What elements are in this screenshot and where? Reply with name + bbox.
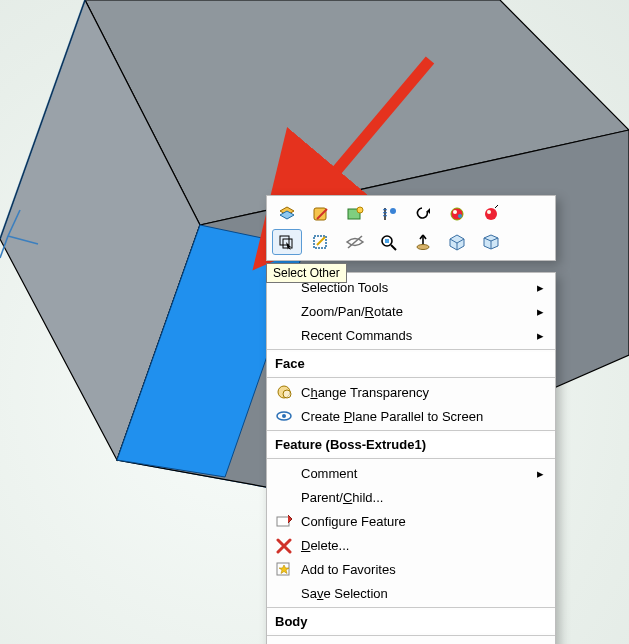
menu-item-change-transparency[interactable]: Change Transparency: [267, 380, 555, 404]
surface-finish-icon: [345, 205, 365, 223]
svg-rect-25: [385, 239, 389, 243]
select-other-button[interactable]: [273, 230, 301, 254]
appearance-icon: [447, 205, 467, 223]
select-other-icon: [277, 233, 297, 251]
menu-header: Feature (Boss-Extrude1): [267, 433, 555, 456]
menu-item-label: Comment: [301, 466, 535, 481]
face-curvature-button[interactable]: [307, 202, 335, 226]
isometric-button[interactable]: [443, 230, 471, 254]
submenu-arrow-icon: ▸: [535, 328, 545, 343]
menu-item-label: Change Transparency: [301, 385, 545, 400]
undo-button[interactable]: [409, 202, 437, 226]
face-curvature-icon: [311, 205, 331, 223]
zoom-to-selection-button[interactable]: [375, 230, 403, 254]
transparency-icon: [274, 383, 294, 401]
eye-icon: [273, 406, 295, 426]
normal-to-icon: [413, 233, 433, 251]
sketch-icon: [311, 233, 331, 251]
cosmetic-thread-icon: [379, 205, 399, 223]
menu-item-isolate[interactable]: Isolate: [267, 638, 555, 644]
submenu-arrow-icon: ▸: [535, 466, 545, 481]
svg-point-26: [417, 245, 429, 250]
configure-icon: [273, 511, 295, 531]
hide-button[interactable]: [341, 230, 369, 254]
svg-point-30: [282, 414, 286, 418]
hide-icon: [345, 233, 365, 251]
tooltip-select-other: Select Other: [266, 263, 347, 283]
menu-item-label: Create Plane Parallel to Screen: [301, 409, 545, 424]
svg-rect-31: [277, 517, 289, 526]
blank-icon: [273, 640, 295, 644]
menu-item-label: Parent/Child...: [301, 490, 545, 505]
menu-item-label: Zoom/Pan/Rotate: [301, 304, 535, 319]
delete-icon: [274, 536, 294, 554]
menu-item-label: Recent Commands: [301, 328, 535, 343]
select-loop-icon: [277, 205, 297, 223]
svg-point-28: [283, 390, 291, 398]
normal-to-button[interactable]: [409, 230, 437, 254]
blank-icon: [273, 487, 295, 507]
favorite-icon: [274, 560, 294, 578]
context-menu: Selection Tools▸Zoom/Pan/Rotate▸Recent C…: [266, 272, 556, 644]
undo-icon: [413, 205, 433, 223]
dimetric-button[interactable]: [477, 230, 505, 254]
menu-item-save-selection[interactable]: Save Selection: [267, 581, 555, 605]
blank-icon: [273, 583, 295, 603]
menu-item-zoom-pan-rotate[interactable]: Zoom/Pan/Rotate▸: [267, 299, 555, 323]
menu-header: Face: [267, 352, 555, 375]
dimetric-icon: [481, 233, 501, 251]
transparency-icon: [273, 382, 295, 402]
blank-icon: [273, 463, 295, 483]
menu-item-create-plane-parallel-to-screen[interactable]: Create Plane Parallel to Screen: [267, 404, 555, 428]
svg-point-17: [485, 208, 497, 220]
appearance-button[interactable]: [443, 202, 471, 226]
menu-header: Body: [267, 610, 555, 633]
svg-point-13: [390, 208, 396, 214]
sketch-button[interactable]: [307, 230, 335, 254]
favorite-icon: [273, 559, 295, 579]
menu-item-delete[interactable]: Delete...: [267, 533, 555, 557]
menu-item-label: Delete...: [301, 538, 545, 553]
menu-item-recent-commands[interactable]: Recent Commands▸: [267, 323, 555, 347]
blank-icon: [273, 325, 295, 345]
svg-line-24: [391, 245, 396, 250]
menu-item-add-to-favorites[interactable]: Add to Favorites: [267, 557, 555, 581]
configure-icon: [274, 512, 294, 530]
svg-point-16: [458, 214, 462, 218]
zoom-to-selection-icon: [379, 233, 399, 251]
eye-icon: [274, 407, 294, 425]
cosmetic-thread-button[interactable]: [375, 202, 403, 226]
surface-finish-button[interactable]: [341, 202, 369, 226]
blank-icon: [273, 301, 295, 321]
scene-button[interactable]: [477, 202, 505, 226]
context-toolbar: [266, 195, 556, 261]
menu-item-label: Save Selection: [301, 586, 545, 601]
svg-rect-10: [314, 208, 326, 220]
menu-item-label: Add to Favorites: [301, 562, 545, 577]
svg-point-12: [357, 207, 363, 213]
submenu-arrow-icon: ▸: [535, 280, 545, 295]
menu-item-label: Configure Feature: [301, 514, 545, 529]
submenu-arrow-icon: ▸: [535, 304, 545, 319]
menu-item-configure-feature[interactable]: Configure Feature: [267, 509, 555, 533]
select-loop-button[interactable]: [273, 202, 301, 226]
svg-point-14: [451, 208, 463, 220]
svg-point-15: [453, 210, 457, 214]
svg-point-18: [487, 210, 491, 214]
cad-viewport[interactable]: Select Other Selection Tools▸Zoom/Pan/Ro…: [0, 0, 629, 644]
menu-item-parent-child[interactable]: Parent/Child...: [267, 485, 555, 509]
isometric-icon: [447, 233, 467, 251]
menu-item-comment[interactable]: Comment▸: [267, 461, 555, 485]
delete-icon: [273, 535, 295, 555]
scene-icon: [481, 205, 501, 223]
